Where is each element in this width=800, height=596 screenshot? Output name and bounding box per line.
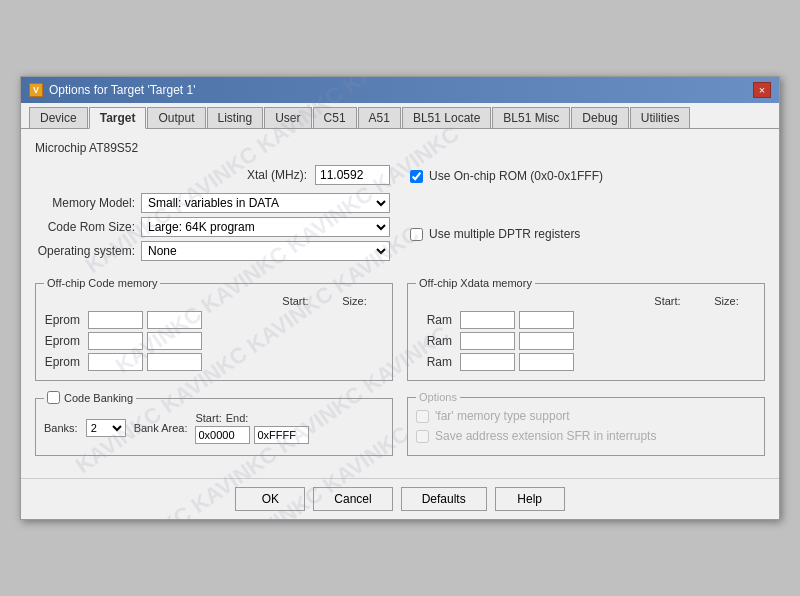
tab-content: Microchip AT89S52 Xtal (MHz): Memory Mod… <box>21 129 779 478</box>
xdata-row-3-size[interactable] <box>519 353 574 371</box>
tab-debug[interactable]: Debug <box>571 107 628 128</box>
xdata-row-2: Ram <box>416 332 756 350</box>
xdata-row-3-label: Ram <box>416 355 456 369</box>
code-row-1-size[interactable] <box>147 311 202 329</box>
save-checkbox-row: Save address extension SFR in interrupts <box>416 429 756 443</box>
code-row-2-start[interactable] <box>88 332 143 350</box>
code-start-header: Start: <box>268 295 323 307</box>
banking-end-input[interactable] <box>254 426 309 444</box>
dptr-checkbox-label: Use multiple DPTR registers <box>429 227 580 241</box>
app-icon: V <box>29 83 43 97</box>
code-row-2: Eprom <box>44 332 384 350</box>
offchip-xdata-legend: Off-chip Xdata memory <box>416 277 535 289</box>
main-dialog: KAVINKC KAVINKC KAVINKC KAVINKC KAVINKC … <box>20 76 780 520</box>
code-row-3: Eprom <box>44 353 384 371</box>
far-memory-legend: Options <box>416 391 460 403</box>
code-row-3-label: Eprom <box>44 355 84 369</box>
code-banking-fieldset: Code Banking Banks: 2 Bank Area: Start: … <box>35 391 393 456</box>
tab-c51[interactable]: C51 <box>313 107 357 128</box>
tab-user[interactable]: User <box>264 107 311 128</box>
tab-bar: Device Target Output Listing User C51 A5… <box>21 103 779 129</box>
code-rom-select[interactable]: Large: 64K program <box>141 217 390 237</box>
code-row-2-label: Eprom <box>44 334 84 348</box>
code-banking-legend: Code Banking <box>44 391 136 406</box>
code-size-header: Size: <box>327 295 382 307</box>
xdata-row-1: Ram <box>416 311 756 329</box>
xdata-row-2-start[interactable] <box>460 332 515 350</box>
button-bar: OK Cancel Defaults Help <box>21 478 779 519</box>
offchip-code-fieldset: Off-chip Code memory Start: Size: Eprom … <box>35 277 393 381</box>
code-banking-checkbox[interactable] <box>47 391 60 404</box>
tab-utilities[interactable]: Utilities <box>630 107 691 128</box>
dptr-checkbox-row: Use multiple DPTR registers <box>410 227 765 241</box>
offchip-xdata-fieldset: Off-chip Xdata memory Start: Size: Ram R… <box>407 277 765 381</box>
bank-area-label: Bank Area: <box>134 422 188 434</box>
far-checkbox-row: 'far' memory type support <box>416 409 756 423</box>
tab-bl51misc[interactable]: BL51 Misc <box>492 107 570 128</box>
code-row-3-size[interactable] <box>147 353 202 371</box>
banking-start-label: Start: <box>195 412 221 424</box>
xdata-size-header: Size: <box>699 295 754 307</box>
help-button[interactable]: Help <box>495 487 565 511</box>
xtal-input[interactable] <box>315 165 390 185</box>
memory-model-row: Memory Model: Small: variables in DATA <box>35 193 390 213</box>
rom-checkbox-row: Use On-chip ROM (0x0-0x1FFF) <box>410 169 765 183</box>
xdata-row-3: Ram <box>416 353 756 371</box>
code-rom-row: Code Rom Size: Large: 64K program <box>35 217 390 237</box>
xtal-row: Xtal (MHz): <box>35 165 390 185</box>
code-row-1-label: Eprom <box>44 313 84 327</box>
xdata-row-2-size[interactable] <box>519 332 574 350</box>
bottom-section: Code Banking Banks: 2 Bank Area: Start: … <box>35 391 765 456</box>
banking-end-label: End: <box>226 412 249 424</box>
xdata-row-3-start[interactable] <box>460 353 515 371</box>
tab-target[interactable]: Target <box>89 107 147 129</box>
xdata-start-header: Start: <box>640 295 695 307</box>
os-select[interactable]: None <box>141 241 390 261</box>
os-row: Operating system: None <box>35 241 390 261</box>
code-row-2-size[interactable] <box>147 332 202 350</box>
code-row-1-start[interactable] <box>88 311 143 329</box>
xdata-row-1-size[interactable] <box>519 311 574 329</box>
tab-a51[interactable]: A51 <box>358 107 401 128</box>
defaults-button[interactable]: Defaults <box>401 487 487 511</box>
xdata-row-2-label: Ram <box>416 334 456 348</box>
save-sfr-checkbox[interactable] <box>416 430 429 443</box>
cancel-button[interactable]: Cancel <box>313 487 392 511</box>
far-memory-fieldset: Options 'far' memory type support Save a… <box>407 391 765 456</box>
xdata-row-1-start[interactable] <box>460 311 515 329</box>
rom-checkbox[interactable] <box>410 170 423 183</box>
title-bar: V Options for Target 'Target 1' × <box>21 77 779 103</box>
memory-model-select[interactable]: Small: variables in DATA <box>141 193 390 213</box>
microchip-label: Microchip AT89S52 <box>35 141 765 155</box>
xdata-row-1-label: Ram <box>416 313 456 327</box>
close-button[interactable]: × <box>753 82 771 98</box>
tab-device[interactable]: Device <box>29 107 88 128</box>
tab-bl51locate[interactable]: BL51 Locate <box>402 107 491 128</box>
code-row-3-start[interactable] <box>88 353 143 371</box>
banking-start-input[interactable] <box>195 426 250 444</box>
far-memory-label: 'far' memory type support <box>435 409 570 423</box>
tab-listing[interactable]: Listing <box>207 107 264 128</box>
memory-section: Off-chip Code memory Start: Size: Eprom … <box>35 277 765 381</box>
code-banking-label: Code Banking <box>64 392 133 404</box>
rom-checkbox-label: Use On-chip ROM (0x0-0x1FFF) <box>429 169 603 183</box>
memory-model-label: Memory Model: <box>35 196 135 210</box>
code-rom-label: Code Rom Size: <box>35 220 135 234</box>
banks-select[interactable]: 2 <box>86 419 126 437</box>
banking-content: Banks: 2 Bank Area: Start: End: <box>44 412 384 444</box>
banks-label: Banks: <box>44 422 78 434</box>
left-section: Xtal (MHz): Memory Model: Small: variabl… <box>35 165 390 265</box>
xtal-label: Xtal (MHz): <box>247 168 307 182</box>
right-section: Use On-chip ROM (0x0-0x1FFF) Use multipl… <box>410 165 765 265</box>
code-row-1: Eprom <box>44 311 384 329</box>
ok-button[interactable]: OK <box>235 487 305 511</box>
dialog-title: Options for Target 'Target 1' <box>49 83 195 97</box>
tab-output[interactable]: Output <box>147 107 205 128</box>
dptr-checkbox[interactable] <box>410 228 423 241</box>
offchip-code-legend: Off-chip Code memory <box>44 277 160 289</box>
os-label: Operating system: <box>35 244 135 258</box>
far-memory-checkbox[interactable] <box>416 410 429 423</box>
save-sfr-label: Save address extension SFR in interrupts <box>435 429 656 443</box>
